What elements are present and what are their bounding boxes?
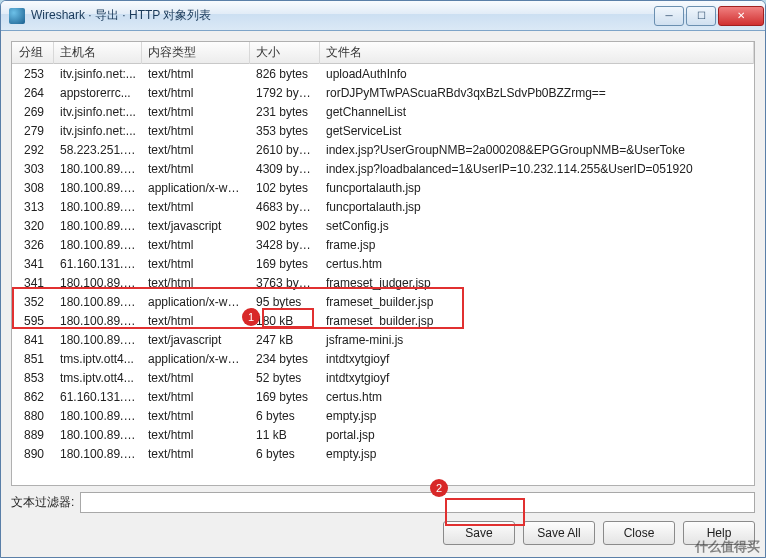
table-row[interactable]: 29258.223.251.1...text/html2610 bytesind… (12, 140, 754, 159)
table-row[interactable]: 303180.100.89.3...text/html4309 bytesind… (12, 159, 754, 178)
col-size[interactable]: 大小 (250, 41, 320, 64)
cell-fname: index.jsp?UserGroupNMB=2a000208&EPGGroup… (320, 142, 754, 158)
table-row[interactable]: 279itv.jsinfo.net:...text/html353 bytesg… (12, 121, 754, 140)
table-row[interactable]: 320180.100.89.3...text/javascript902 byt… (12, 216, 754, 235)
cell-fname: index.jsp?loadbalanced=1&UserIP=10.232.1… (320, 161, 754, 177)
cell-ctype: text/html (142, 66, 250, 82)
cell-host: itv.jsinfo.net:... (54, 104, 142, 120)
cell-ctype: text/html (142, 446, 250, 462)
table-row[interactable]: 352180.100.89.3...application/x-ww...95 … (12, 292, 754, 311)
cell-fname: frameset_builder.jsp (320, 294, 754, 310)
cell-host: 180.100.89.3... (54, 313, 142, 329)
cell-host: 180.100.89.3... (54, 446, 142, 462)
cell-fname: frame.jsp (320, 237, 754, 253)
cell-pkt: 253 (12, 66, 54, 82)
cell-fname: frameset_builder.jsp (320, 313, 754, 329)
cell-pkt: 292 (12, 142, 54, 158)
cell-size: 4309 bytes (250, 161, 320, 177)
content-area: 分组 主机名 内容类型 大小 文件名 253itv.jsinfo.net:...… (1, 31, 765, 557)
cell-ctype: text/html (142, 237, 250, 253)
cell-pkt: 303 (12, 161, 54, 177)
cell-host: 180.100.89.3... (54, 427, 142, 443)
cell-ctype: text/html (142, 123, 250, 139)
col-filename[interactable]: 文件名 (320, 41, 754, 64)
cell-size: 3763 bytes (250, 275, 320, 291)
cell-size: 234 bytes (250, 351, 320, 367)
cell-size: 6 bytes (250, 446, 320, 462)
table-body[interactable]: 253itv.jsinfo.net:...text/html826 bytesu… (12, 64, 754, 485)
table-row[interactable]: 326180.100.89.3...text/html3428 bytesfra… (12, 235, 754, 254)
cell-ctype: text/html (142, 275, 250, 291)
cell-pkt: 269 (12, 104, 54, 120)
cell-pkt: 308 (12, 180, 54, 196)
cell-ctype: text/html (142, 256, 250, 272)
cell-pkt: 341 (12, 275, 54, 291)
cell-size: 231 bytes (250, 104, 320, 120)
maximize-button[interactable]: ☐ (686, 6, 716, 26)
table-row[interactable]: 253itv.jsinfo.net:...text/html826 bytesu… (12, 64, 754, 83)
col-content-type[interactable]: 内容类型 (142, 41, 250, 64)
table-row[interactable]: 880180.100.89.3...text/html6 bytesempty.… (12, 406, 754, 425)
wireshark-export-window: Wireshark · 导出 · HTTP 对象列表 ─ ☐ ✕ 分组 主机名 … (0, 0, 766, 558)
table-row[interactable]: 34161.160.131.34text/html169 bytescertus… (12, 254, 754, 273)
cell-pkt: 841 (12, 332, 54, 348)
cell-size: 11 kB (250, 427, 320, 443)
table-row[interactable]: 313180.100.89.3...text/html4683 bytesfun… (12, 197, 754, 216)
cell-fname: funcportalauth.jsp (320, 180, 754, 196)
cell-ctype: text/html (142, 85, 250, 101)
table-row[interactable]: 851tms.iptv.ott4...application/x-ww...23… (12, 349, 754, 368)
close-button[interactable]: ✕ (718, 6, 764, 26)
cell-host: 180.100.89.3... (54, 218, 142, 234)
table-row[interactable]: 269itv.jsinfo.net:...text/html231 bytesg… (12, 102, 754, 121)
cell-host: tms.iptv.ott4... (54, 370, 142, 386)
cell-pkt: 880 (12, 408, 54, 424)
cell-pkt: 862 (12, 389, 54, 405)
cell-ctype: application/x-ww... (142, 294, 250, 310)
titlebar[interactable]: Wireshark · 导出 · HTTP 对象列表 ─ ☐ ✕ (1, 1, 765, 31)
cell-pkt: 851 (12, 351, 54, 367)
save-button[interactable]: Save (443, 521, 515, 545)
table-header: 分组 主机名 内容类型 大小 文件名 (12, 42, 754, 64)
cell-host: 180.100.89.3... (54, 332, 142, 348)
table-row[interactable]: 595180.100.89.3...text/html180 kBframese… (12, 311, 754, 330)
cell-size: 2610 bytes (250, 142, 320, 158)
filter-input[interactable] (80, 492, 755, 513)
table-row[interactable]: 86261.160.131.34text/html169 bytescertus… (12, 387, 754, 406)
save-all-button[interactable]: Save All (523, 521, 595, 545)
table-row[interactable]: 853tms.iptv.ott4...text/html52 bytesintd… (12, 368, 754, 387)
wireshark-icon (9, 8, 25, 24)
cell-fname: empty.jsp (320, 446, 754, 462)
cell-fname: frameset_judger.jsp (320, 275, 754, 291)
cell-host: 180.100.89.3... (54, 180, 142, 196)
cell-host: 180.100.89.3... (54, 161, 142, 177)
cell-ctype: text/html (142, 142, 250, 158)
table-row[interactable]: 841180.100.89.3...text/javascript247 kBj… (12, 330, 754, 349)
cell-size: 95 bytes (250, 294, 320, 310)
filter-row: 文本过滤器: (11, 486, 755, 521)
cell-ctype: application/x-ww... (142, 180, 250, 196)
cell-size: 6 bytes (250, 408, 320, 424)
col-packet[interactable]: 分组 (12, 41, 54, 64)
cell-fname: funcportalauth.jsp (320, 199, 754, 215)
close-dialog-button[interactable]: Close (603, 521, 675, 545)
cell-ctype: text/html (142, 161, 250, 177)
cell-host: itv.jsinfo.net:... (54, 123, 142, 139)
cell-pkt: 264 (12, 85, 54, 101)
table-row[interactable]: 890180.100.89.3...text/html6 bytesempty.… (12, 444, 754, 463)
window-title: Wireshark · 导出 · HTTP 对象列表 (31, 7, 211, 24)
table-row[interactable]: 341180.100.89.3...text/html3763 bytesfra… (12, 273, 754, 292)
table-row[interactable]: 308180.100.89.3...application/x-ww...102… (12, 178, 754, 197)
table-row[interactable]: 264appstorerrc...text/html1792 bytesrorD… (12, 83, 754, 102)
col-hostname[interactable]: 主机名 (54, 41, 142, 64)
cell-ctype: application/x-ww... (142, 351, 250, 367)
cell-host: appstorerrc... (54, 85, 142, 101)
cell-ctype: text/javascript (142, 332, 250, 348)
cell-fname: getServiceList (320, 123, 754, 139)
cell-size: 247 kB (250, 332, 320, 348)
minimize-button[interactable]: ─ (654, 6, 684, 26)
cell-pkt: 313 (12, 199, 54, 215)
cell-size: 902 bytes (250, 218, 320, 234)
table-row[interactable]: 889180.100.89.3...text/html11 kBportal.j… (12, 425, 754, 444)
cell-pkt: 595 (12, 313, 54, 329)
cell-size: 353 bytes (250, 123, 320, 139)
